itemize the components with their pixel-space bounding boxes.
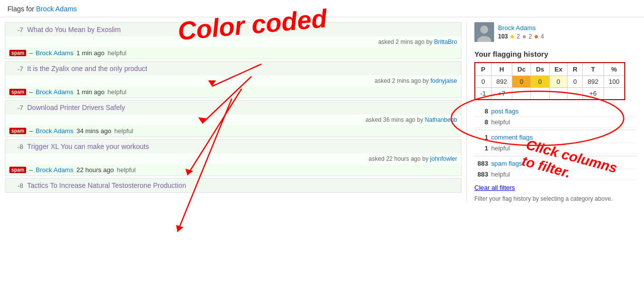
helpful-text: helpful bbox=[114, 127, 133, 135]
flag-asked-by[interactable]: Nathanbebb bbox=[425, 116, 457, 123]
cell-pct-1: 100 bbox=[604, 76, 625, 88]
stats-count-5: 883 bbox=[474, 171, 488, 178]
filter-hint: Filter your flag history by selecting a … bbox=[474, 195, 637, 202]
flag-by[interactable]: Brock Adams bbox=[36, 49, 73, 57]
flag-asked-by[interactable]: BrittaBro bbox=[434, 38, 457, 45]
col-header-h[interactable]: H bbox=[491, 63, 512, 76]
spam-badge: spam bbox=[9, 50, 26, 56]
helpful-text: helpful bbox=[117, 166, 136, 174]
silver-count: 2 bbox=[529, 33, 532, 40]
divider-2 bbox=[474, 156, 637, 156]
col-header-p[interactable]: P bbox=[475, 63, 491, 76]
flag-time: 1 min ago bbox=[76, 49, 105, 57]
svg-point-10 bbox=[480, 26, 488, 34]
flag-title-link[interactable]: Download Printer Drivers Safely bbox=[27, 104, 125, 111]
stats-count-0: 8 bbox=[474, 108, 488, 115]
stats-count-2: 1 bbox=[474, 134, 488, 141]
stats-label-0[interactable]: post flags bbox=[491, 108, 519, 115]
user-info: Brock Adams 103 ● 2 ● 2 ● 4 bbox=[498, 24, 544, 40]
clear-filters-link[interactable]: Clear all filters bbox=[474, 184, 515, 191]
flag-by[interactable]: Brock Adams bbox=[36, 88, 73, 96]
silver-dot: ● bbox=[522, 33, 527, 40]
flag-meta-row: asked 2 mins ago by fodnyjaise bbox=[5, 75, 461, 86]
helpful-text: helpful bbox=[107, 88, 126, 96]
flag-item: -8 Trigger XL You can make your workouts… bbox=[5, 139, 462, 176]
stats-count-3: 1 bbox=[474, 144, 488, 152]
flag-action-row: spam – Brock Adams 1 min ago helpful bbox=[5, 86, 461, 98]
flag-action-row: spam – Brock Adams 1 min ago helpful bbox=[5, 47, 461, 59]
flag-title-link[interactable]: Trigger XL You can make your workouts bbox=[27, 143, 149, 150]
cell-dc-1: 0 bbox=[512, 76, 531, 88]
page-header: Flags for Brock Adams bbox=[0, 0, 644, 17]
helpful-text: helpful bbox=[107, 49, 126, 57]
cell-p-2: -1 bbox=[475, 88, 491, 100]
flag-asked-by[interactable]: johnfowler bbox=[430, 155, 457, 162]
col-header-dc[interactable]: Dc bbox=[512, 63, 531, 76]
stats-row-1: 8 helpful bbox=[474, 117, 637, 128]
flag-score: -7 bbox=[9, 26, 23, 34]
spam-badge: spam bbox=[9, 167, 26, 173]
flag-meta-row: asked 2 mins ago by BrittaBro bbox=[5, 36, 461, 47]
header-username[interactable]: Brock Adams bbox=[36, 5, 76, 13]
flag-title-row: -7 What do You Mean by Exoslim bbox=[5, 23, 461, 36]
flag-item: -7 What do You Mean by Exoslim asked 2 m… bbox=[5, 22, 462, 59]
col-header-pct[interactable]: % bbox=[604, 63, 625, 76]
cell-dc-2 bbox=[512, 88, 531, 100]
stats-row-3: 1 helpful bbox=[474, 143, 637, 154]
cell-t-2: +6 bbox=[582, 88, 604, 100]
flag-item: -7 It is the Zyalix one and the only pro… bbox=[5, 61, 462, 98]
avatar bbox=[474, 22, 494, 42]
spam-badge: spam bbox=[9, 89, 26, 95]
flag-title-row: -8 Tactics To Increase Natural Testoster… bbox=[5, 179, 461, 192]
gold-count: 2 bbox=[517, 33, 520, 40]
cell-t-1: 892 bbox=[582, 76, 604, 88]
stats-count-4: 883 bbox=[474, 160, 488, 167]
stats-row-5: 883 helpful bbox=[474, 169, 637, 180]
stats-label-4[interactable]: spam flags bbox=[491, 160, 522, 167]
cell-r-2 bbox=[568, 88, 582, 100]
spam-badge: spam bbox=[9, 128, 26, 134]
header-prefix: Flags for bbox=[7, 5, 34, 13]
flag-score: -7 bbox=[9, 65, 23, 72]
flag-item: -7 Download Printer Drivers Safely asked… bbox=[5, 100, 462, 137]
rep-number: 103 bbox=[498, 33, 508, 40]
cell-p-1: 0 bbox=[475, 76, 491, 88]
col-header-r[interactable]: R bbox=[568, 63, 582, 76]
flags-list: -7 What do You Mean by Exoslim asked 2 m… bbox=[0, 22, 466, 202]
stats-label-2[interactable]: comment flags bbox=[491, 134, 533, 141]
cell-ds-2 bbox=[531, 88, 549, 100]
flag-title-link[interactable]: What do You Mean by Exoslim bbox=[27, 26, 121, 34]
stats-count-1: 8 bbox=[474, 118, 488, 126]
flag-asked-by[interactable]: fodnyjaise bbox=[430, 77, 457, 84]
clear-filters: Clear all filters bbox=[474, 184, 637, 191]
flag-title-row: -7 It is the Zyalix one and the only pro… bbox=[5, 62, 461, 75]
flag-by[interactable]: Brock Adams bbox=[36, 166, 73, 174]
user-rep: 103 ● 2 ● 2 ● 4 bbox=[498, 33, 544, 40]
flag-title-link[interactable]: Tactics To Increase Natural Testosterone… bbox=[27, 181, 186, 189]
page-wrapper: Color coded Click columnsto filter. Flag… bbox=[0, 0, 644, 288]
stats-label-5: helpful bbox=[491, 171, 510, 178]
flag-by[interactable]: Brock Adams bbox=[36, 127, 73, 135]
cell-h-1: 892 bbox=[491, 76, 512, 88]
flagging-history-title: Your flagging history bbox=[474, 50, 637, 58]
flag-dash: – bbox=[29, 166, 33, 174]
profile-username[interactable]: Brock Adams bbox=[498, 24, 536, 32]
user-profile: Brock Adams 103 ● 2 ● 2 ● 4 bbox=[474, 22, 637, 42]
cell-ex-2 bbox=[549, 88, 568, 100]
stats-section: 8 post flags 8 helpful 1 comment flags 1… bbox=[474, 106, 637, 180]
stats-row-0: 8 post flags bbox=[474, 106, 637, 117]
flagging-history-table: P H Dc Ds Ex R T % 0 892 0 0 bbox=[474, 62, 625, 100]
flag-dash: – bbox=[29, 127, 33, 135]
flag-dash: – bbox=[29, 49, 33, 57]
bronze-dot: ● bbox=[534, 33, 539, 40]
col-header-ex[interactable]: Ex bbox=[549, 63, 568, 76]
cell-r-1: 0 bbox=[568, 76, 582, 88]
stats-label-1: helpful bbox=[491, 118, 510, 126]
col-header-ds[interactable]: Ds bbox=[531, 63, 549, 76]
flag-time: 22 hours ago bbox=[76, 166, 114, 174]
divider-1 bbox=[474, 130, 637, 130]
col-header-t[interactable]: T bbox=[582, 63, 604, 76]
flag-title-row: -7 Download Printer Drivers Safely bbox=[5, 101, 461, 114]
cell-pct-2 bbox=[604, 88, 625, 100]
flag-title-link[interactable]: It is the Zyalix one and the only produc… bbox=[27, 65, 147, 72]
